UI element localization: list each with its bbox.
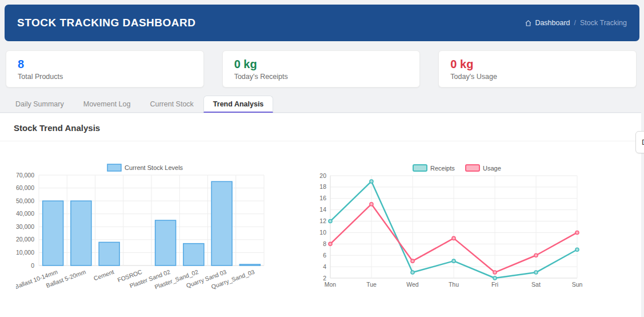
svg-text:Mon: Mon <box>325 281 337 288</box>
svg-text:40,000: 40,000 <box>16 210 34 217</box>
tab-current-stock[interactable]: Current Stock <box>140 96 203 113</box>
svg-text:12: 12 <box>319 217 326 224</box>
svg-text:50,000: 50,000 <box>16 197 34 204</box>
svg-text:Sun: Sun <box>572 281 583 288</box>
stat-card-todays-receipts: 0 kg Today's Receipts <box>222 50 421 88</box>
tab-movement-log[interactable]: Movement Log <box>74 96 141 113</box>
svg-text:Cement: Cement <box>93 268 115 282</box>
svg-text:Wed: Wed <box>406 281 419 288</box>
current-stock-levels-bar-chart: 010,00020,00030,00040,00050,00060,00070,… <box>16 162 287 296</box>
svg-text:Current Stock Levels: Current Stock Levels <box>125 164 183 171</box>
todays-usage-value: 0 kg <box>450 57 625 72</box>
svg-text:70,000: 70,000 <box>16 172 34 179</box>
tab-daily-summary[interactable]: Daily Summary <box>6 96 74 113</box>
receipts-usage-line-chart: 2468101214161820MonTueWedThuFriSatSunRec… <box>313 162 587 296</box>
home-icon <box>525 19 532 27</box>
todays-receipts-value: 0 kg <box>234 57 409 72</box>
svg-text:4: 4 <box>323 263 326 270</box>
breadcrumb-dashboard-link[interactable]: Dashboard <box>525 19 570 27</box>
breadcrumb-separator: / <box>574 19 576 27</box>
svg-text:20: 20 <box>319 172 326 179</box>
tab-bar: Daily Summary Movement Log Current Stock… <box>0 96 641 113</box>
stat-card-todays-usage: 0 kg Today's Usage <box>438 50 637 88</box>
svg-text:20,000: 20,000 <box>16 236 34 243</box>
svg-text:60,000: 60,000 <box>16 184 34 191</box>
svg-text:14: 14 <box>319 206 326 213</box>
svg-text:Sat: Sat <box>531 281 541 288</box>
tab-trend-analysis[interactable]: Trend Analysis <box>203 96 273 113</box>
page-header: STOCK TRACKING DASHBOARD Dashboard / Sto… <box>5 5 639 41</box>
svg-text:18: 18 <box>319 183 326 190</box>
date-filter-button[interactable]: Da <box>635 131 644 153</box>
todays-usage-label: Today's Usage <box>450 73 625 81</box>
stat-cards-row: 8 Total Products 0 kg Today's Receipts 0… <box>6 50 637 88</box>
svg-text:6: 6 <box>323 252 326 259</box>
svg-text:Receipts: Receipts <box>430 165 455 172</box>
svg-text:Fri: Fri <box>491 281 498 288</box>
stat-card-total-products: 8 Total Products <box>6 50 204 88</box>
svg-text:Thu: Thu <box>449 281 459 288</box>
panel-header: Stock Trend Analysis <box>0 113 641 141</box>
svg-text:2: 2 <box>323 275 326 282</box>
svg-text:16: 16 <box>319 195 326 201</box>
total-products-label: Total Products <box>18 73 192 81</box>
page-title: STOCK TRACKING DASHBOARD <box>17 17 195 29</box>
svg-text:10,000: 10,000 <box>16 249 34 256</box>
svg-text:Tue: Tue <box>366 281 377 288</box>
svg-text:8: 8 <box>323 240 326 247</box>
trend-analysis-panel: Stock Trend Analysis 010,00020,00030,000… <box>0 113 641 317</box>
todays-receipts-label: Today's Receipts <box>234 73 409 81</box>
svg-text:10: 10 <box>319 229 326 236</box>
breadcrumb-current[interactable]: Stock Tracking <box>580 19 627 27</box>
breadcrumb: Dashboard / Stock Tracking <box>525 19 627 27</box>
breadcrumb-home-label: Dashboard <box>535 19 570 27</box>
panel-title: Stock Trend Analysis <box>14 123 100 133</box>
total-products-value: 8 <box>18 57 192 72</box>
svg-text:Usage: Usage <box>483 165 501 172</box>
svg-text:30,000: 30,000 <box>16 223 34 230</box>
svg-text:0: 0 <box>31 262 34 269</box>
